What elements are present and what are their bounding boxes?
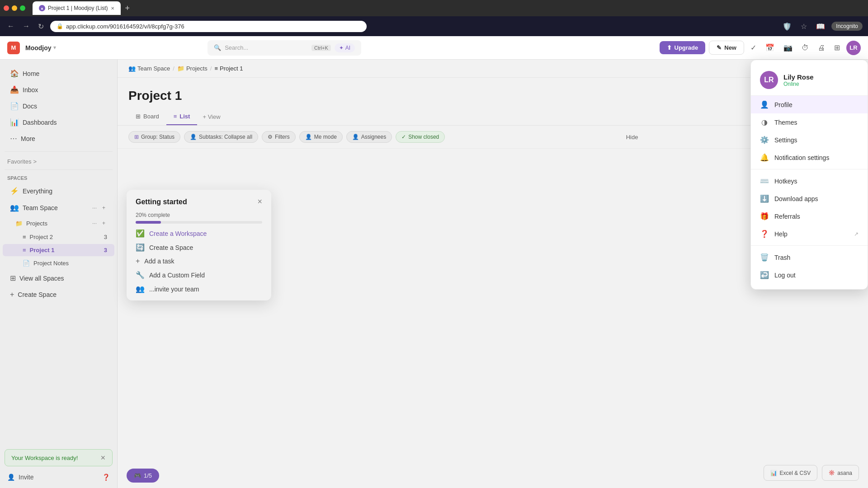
window-close-btn[interactable]	[4, 5, 9, 11]
address-bar: ← → ↻ 🔒 app.clickup.com/9016164592/v/l/8…	[0, 16, 868, 36]
referrals-menu-label: Referrals	[774, 213, 800, 220]
back-btn[interactable]: ←	[5, 20, 16, 32]
app-toolbar: M Moodjoy ▾ 🔍 Search... Ctrl+K ✦ AI ⬆ Up…	[0, 36, 868, 60]
dropdown-item-download-apps[interactable]: ⬇️ Download apps	[751, 190, 868, 207]
workspace-initial: M	[11, 44, 16, 51]
security-icon-btn[interactable]: 🛡️	[780, 20, 794, 33]
new-tab-btn[interactable]: +	[123, 4, 133, 13]
settings-menu-icon: ⚙️	[760, 136, 769, 144]
logout-menu-icon: ↩️	[760, 271, 769, 279]
dropdown-item-help[interactable]: ❓ Help ↗	[751, 225, 868, 243]
profile-status: Online	[783, 81, 814, 87]
address-text: app.clickup.com/9016164592/v/l/8cpfg7g-3…	[66, 23, 184, 30]
ssl-icon: 🔒	[57, 23, 63, 29]
tab-bar: ▲ Project 1 | Moodjoy (List) ✕ +	[33, 1, 132, 15]
forward-btn[interactable]: →	[21, 20, 32, 32]
dropdown-divider-2	[751, 245, 868, 246]
profile-info: Lily Rose Online	[783, 73, 814, 87]
profile-dropdown-header: LR Lily Rose Online	[751, 66, 868, 96]
refresh-btn[interactable]: ↻	[36, 20, 46, 33]
tab-title: Project 1 | Moodjoy (List)	[48, 5, 108, 11]
trash-menu-icon: 🗑️	[760, 253, 769, 262]
help-menu-label: Help	[774, 230, 788, 238]
new-btn[interactable]: ✎ New	[709, 41, 744, 55]
grid-icon-btn[interactable]: ⊞	[831, 41, 843, 55]
workspace-logo[interactable]: M	[7, 42, 20, 54]
incognito-badge: Incognito	[831, 22, 863, 31]
profile-name: Lily Rose	[783, 73, 814, 81]
new-plus-icon: ✎	[717, 44, 722, 51]
dropdown-item-notification-settings[interactable]: 🔔 Notification settings	[751, 149, 868, 166]
profile-dropdown: LR Lily Rose Online 👤 Profile ◑ Themes ⚙…	[750, 60, 868, 290]
upgrade-btn[interactable]: ⬆ Upgrade	[660, 41, 706, 54]
clock-icon-btn[interactable]: ⏱	[799, 41, 811, 55]
download-apps-menu-icon: ⬇️	[760, 194, 769, 203]
window-controls	[4, 5, 25, 11]
window-maximize-btn[interactable]	[20, 5, 25, 11]
trash-menu-label: Trash	[774, 254, 790, 261]
profile-menu-icon: 👤	[760, 100, 769, 109]
notification-menu-icon: 🔔	[760, 153, 769, 162]
dropdown-overlay[interactable]	[0, 60, 868, 488]
dropdown-item-referrals[interactable]: 🎁 Referrals	[751, 207, 868, 225]
dropdown-divider-1	[751, 169, 868, 169]
profile-avatar: LR	[760, 71, 778, 89]
browser-tab-active[interactable]: ▲ Project 1 | Moodjoy (List) ✕	[33, 1, 121, 15]
window-minimize-btn[interactable]	[12, 5, 17, 11]
address-input[interactable]: 🔒 app.clickup.com/9016164592/v/l/8cpfg7g…	[50, 21, 367, 32]
help-menu-icon: ❓	[760, 230, 769, 238]
upgrade-icon: ⬆	[667, 44, 672, 51]
camera-icon-btn[interactable]: 📷	[781, 41, 795, 55]
hotkeys-menu-label: Hotkeys	[774, 178, 797, 185]
user-avatar-btn[interactable]: LR	[846, 41, 861, 55]
reading-view-btn[interactable]: 📖	[813, 20, 828, 33]
toolbar-actions: ⬆ Upgrade ✎ New ✓ 📅 📷 ⏱ 🖨 ⊞ LR	[660, 41, 861, 55]
themes-menu-icon: ◑	[760, 118, 769, 127]
help-external-icon: ↗	[854, 231, 859, 237]
notification-menu-label: Notification settings	[774, 154, 829, 161]
print-icon-btn[interactable]: 🖨	[815, 41, 828, 55]
search-bar[interactable]: 🔍 Search... Ctrl+K ✦ AI	[208, 40, 361, 56]
dropdown-item-settings[interactable]: ⚙️ Settings	[751, 131, 868, 149]
dropdown-item-themes[interactable]: ◑ Themes	[751, 113, 868, 131]
dropdown-item-trash[interactable]: 🗑️ Trash	[751, 249, 868, 266]
dropdown-item-profile[interactable]: 👤 Profile	[751, 96, 868, 113]
browser-chrome: ▲ Project 1 | Moodjoy (List) ✕ +	[0, 0, 868, 16]
tab-close-btn[interactable]: ✕	[111, 6, 114, 11]
check-icon-btn[interactable]: ✓	[748, 41, 759, 55]
calendar-icon-btn[interactable]: 📅	[763, 41, 777, 55]
browser-actions: 🛡️ ☆ 📖 Incognito	[780, 20, 863, 33]
settings-menu-label: Settings	[774, 136, 797, 144]
hotkeys-menu-icon: ⌨️	[760, 177, 769, 185]
themes-menu-label: Themes	[774, 119, 797, 126]
search-shortcut: Ctrl+K	[311, 45, 331, 51]
ai-badge[interactable]: ✦ AI	[335, 43, 355, 52]
profile-menu-label: Profile	[774, 101, 793, 108]
search-icon: 🔍	[214, 44, 221, 51]
workspace-name[interactable]: Moodjoy ▾	[25, 44, 56, 52]
search-placeholder: Search...	[225, 44, 308, 51]
bookmark-btn[interactable]: ☆	[798, 20, 810, 33]
referrals-menu-icon: 🎁	[760, 212, 769, 221]
dropdown-item-logout[interactable]: ↩️ Log out	[751, 266, 868, 284]
ai-star-icon: ✦	[339, 45, 344, 51]
logout-menu-label: Log out	[774, 272, 796, 279]
download-apps-menu-label: Download apps	[774, 195, 818, 202]
dropdown-item-hotkeys[interactable]: ⌨️ Hotkeys	[751, 172, 868, 190]
tab-favicon: ▲	[39, 5, 45, 11]
